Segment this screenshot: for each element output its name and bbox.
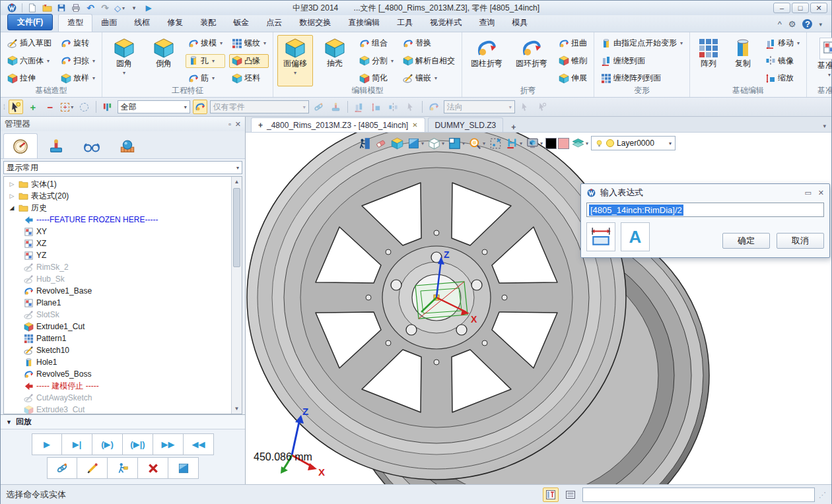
edit-feature-button[interactable] bbox=[77, 457, 108, 479]
resize-grip[interactable]: ⋰ bbox=[819, 491, 826, 499]
divide-button[interactable]: 分割 bbox=[357, 54, 396, 68]
tab-view-manager[interactable] bbox=[110, 133, 145, 158]
insert-sketch-button[interactable]: 插入草图 bbox=[5, 36, 54, 50]
tab-visual-manager[interactable] bbox=[75, 133, 109, 158]
tree-item-sketch10[interactable]: Sketch10 bbox=[4, 344, 231, 356]
filter-icon[interactable] bbox=[100, 100, 115, 114]
revolve-button[interactable]: 旋转 bbox=[58, 36, 98, 50]
tab-list-icon[interactable]: ▾ bbox=[817, 123, 831, 132]
save-icon[interactable] bbox=[55, 2, 68, 14]
tree-item-revolve1-base[interactable]: Revolve1_Base bbox=[4, 285, 231, 297]
ok-button[interactable]: 确定 bbox=[722, 233, 770, 249]
toroidal-bend-button[interactable]: 圆环折弯 bbox=[511, 35, 552, 86]
flange-button[interactable]: 凸缘 bbox=[229, 54, 269, 68]
maximize-button[interactable]: □ bbox=[792, 3, 809, 13]
tree-item-revolve5-boss[interactable]: Revolve5_Boss bbox=[4, 368, 231, 380]
new-file-icon[interactable] bbox=[26, 2, 39, 14]
replay-to-end-button[interactable]: (▶|) bbox=[123, 433, 153, 455]
settings-gear-icon[interactable]: ⚙ bbox=[788, 19, 796, 29]
stop-playback-button[interactable] bbox=[168, 457, 199, 479]
replace-button[interactable]: 替换 bbox=[400, 36, 458, 50]
redo-icon[interactable]: ↷ bbox=[98, 2, 112, 14]
datum-plane-button[interactable]: 基准面 bbox=[811, 35, 832, 86]
tree-scrollbar[interactable]: ▲ ▼ bbox=[231, 177, 242, 414]
tree-item-pattern1[interactable]: Pattern1 bbox=[4, 332, 231, 344]
shaded-display-icon[interactable] bbox=[406, 135, 425, 151]
chamfer-button[interactable]: 倒角 bbox=[146, 35, 182, 86]
exit-target-icon[interactable] bbox=[357, 135, 372, 151]
edge-color-swatch[interactable] bbox=[545, 138, 557, 149]
unfold-icon[interactable] bbox=[390, 135, 405, 151]
loft-button[interactable]: 放样 bbox=[58, 71, 98, 85]
fillet-button[interactable]: 圆角 bbox=[106, 35, 142, 86]
pick-scope-icon[interactable] bbox=[193, 100, 207, 114]
section-view-icon[interactable] bbox=[504, 135, 524, 151]
tree-item-hubsk[interactable]: Hub_Sk bbox=[4, 273, 231, 285]
tab-data-exchange[interactable]: 数据交换 bbox=[291, 15, 339, 32]
inlay-button[interactable]: 镶嵌 bbox=[400, 71, 458, 85]
undo-icon[interactable]: ↶ bbox=[84, 2, 97, 14]
tab-pointcloud[interactable]: 点云 bbox=[258, 15, 291, 32]
cancel-button[interactable]: 取消 bbox=[777, 233, 824, 249]
tree-item-slotsk[interactable]: SlotSk bbox=[4, 309, 231, 321]
tab-inquire[interactable]: 查询 bbox=[470, 15, 503, 32]
shell-button[interactable]: 抽壳 bbox=[317, 35, 353, 86]
layer-select[interactable]: Layer0000 ▾ bbox=[591, 136, 676, 150]
view-orientation-icon[interactable] bbox=[447, 135, 466, 151]
hole-button[interactable]: 孔 bbox=[186, 54, 225, 68]
expander-icon[interactable]: ▷ bbox=[8, 181, 16, 187]
tab-assembly-manager[interactable] bbox=[39, 133, 73, 158]
file-menu-button[interactable]: 文件(F) bbox=[7, 14, 53, 30]
twist-button[interactable]: 扭曲 bbox=[556, 36, 590, 50]
copy-button[interactable]: 复制 bbox=[727, 35, 759, 86]
collapse-playback-icon[interactable]: ▼ bbox=[6, 419, 12, 425]
message-log-icon[interactable] bbox=[563, 488, 578, 502]
replay-step-button[interactable]: (▶) bbox=[92, 433, 123, 455]
combine-button[interactable]: 组合 bbox=[357, 36, 396, 50]
sweep-button[interactable]: 扫掠 bbox=[58, 54, 98, 68]
render-mode-icon[interactable] bbox=[525, 135, 544, 151]
viewport-3d[interactable]: Z X Z X bbox=[246, 133, 831, 484]
dialog-comment-icon[interactable]: ▭ bbox=[804, 189, 811, 197]
deform-from-point-button[interactable]: 由指定点开始变形 bbox=[598, 36, 685, 50]
taper-button[interactable]: 锥削 bbox=[556, 54, 590, 68]
play-button[interactable]: ▶ bbox=[32, 433, 62, 455]
fast-forward-button[interactable]: ▶▶ bbox=[153, 433, 184, 455]
command-input[interactable] bbox=[582, 488, 815, 502]
cylindrical-bend-button[interactable]: 圆柱折弯 bbox=[466, 35, 507, 86]
tree-item-rimsk2[interactable]: RimSk_2 bbox=[4, 261, 231, 273]
tab-history-manager[interactable] bbox=[3, 133, 38, 158]
minimize-button[interactable]: – bbox=[773, 3, 790, 13]
filter-scope-select[interactable]: 全部▾ bbox=[118, 100, 190, 113]
tab-direct-edit[interactable]: 直接编辑 bbox=[339, 15, 388, 32]
rib-button[interactable]: 筋 bbox=[186, 71, 225, 85]
open-file-icon[interactable] bbox=[40, 2, 53, 14]
help-dropdown-icon[interactable]: ▾ bbox=[819, 21, 822, 28]
toolbar-grip[interactable]: ⁞ bbox=[3, 104, 6, 111]
new-document-tab-icon[interactable]: + bbox=[506, 123, 521, 132]
variable-picker-button[interactable]: A bbox=[621, 222, 650, 251]
wrap-to-face-button[interactable]: 缠绕到面 bbox=[598, 54, 685, 68]
tree-item-extrude3-cut[interactable]: Extrude3_Cut bbox=[4, 404, 231, 414]
box-button[interactable]: 六面体 bbox=[5, 54, 54, 68]
remove-selection-icon[interactable]: − bbox=[43, 100, 57, 114]
face-offset-button[interactable]: 面偏移 bbox=[277, 35, 313, 86]
lasso-select-icon[interactable] bbox=[77, 100, 92, 114]
tree-item-yz-plane[interactable]: YZ bbox=[4, 249, 231, 261]
zoom-icon[interactable] bbox=[468, 135, 487, 151]
resolve-self-intersection-button[interactable]: 解析自相交 bbox=[400, 54, 458, 68]
tree-item-cutawaysketch[interactable]: CutAwaySketch bbox=[4, 392, 231, 404]
add-selection-icon[interactable]: + bbox=[26, 100, 40, 114]
tab-repair[interactable]: 修复 bbox=[158, 15, 191, 32]
layers-icon[interactable] bbox=[571, 135, 590, 151]
tab-mold[interactable]: 模具 bbox=[503, 15, 536, 32]
view-navigate-icon[interactable]: ◇ bbox=[113, 2, 126, 14]
expander-icon[interactable]: ◢ bbox=[8, 205, 16, 211]
document-tab-rims[interactable]: + _4800_Rims_2013M.Z3 - [4805_14inch] ✕ bbox=[251, 117, 425, 132]
close-button[interactable]: ✕ bbox=[810, 3, 827, 13]
collapse-ribbon-icon[interactable]: ^ bbox=[778, 19, 782, 29]
close-tab-icon[interactable]: ✕ bbox=[412, 121, 417, 129]
tree-item-hole1[interactable]: Hole1 bbox=[4, 356, 231, 368]
go-to-feature-button[interactable] bbox=[108, 457, 138, 479]
wireframe-display-icon[interactable] bbox=[427, 135, 446, 151]
